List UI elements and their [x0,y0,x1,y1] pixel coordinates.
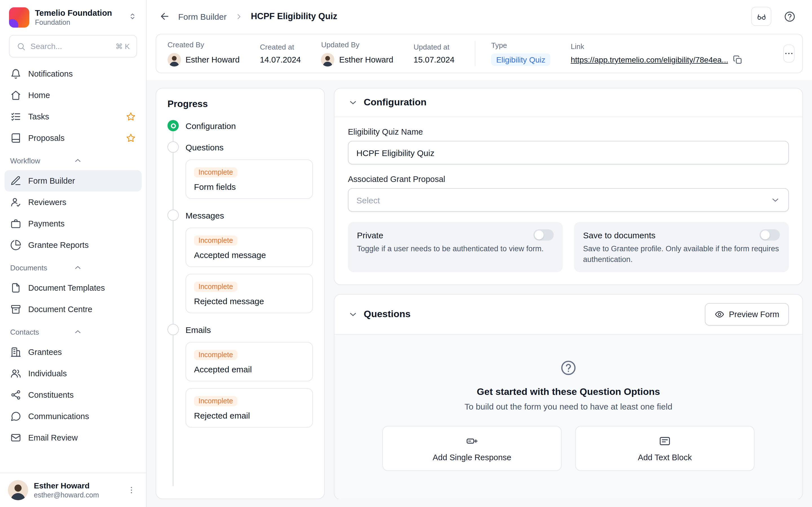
eye-icon [714,309,724,320]
more-actions-button[interactable] [783,45,795,62]
org-switcher[interactable]: Temelio Foundation Foundation [0,0,146,34]
pencil-icon [10,175,21,186]
step-emails[interactable]: Emails [167,319,313,340]
home-icon [10,90,21,101]
org-name: Temelio Foundation [35,8,122,17]
sidebar-item-label: Communications [28,412,136,421]
copy-icon[interactable] [733,55,743,65]
type-badge: Eligibility Quiz [491,54,550,66]
form-link-url[interactable]: https://app.trytemelio.com/eligibility/7… [571,55,728,64]
org-type: Foundation [35,18,122,26]
save-to-documents-panel: Save to documents Save to Grantee profil… [574,222,789,272]
updated-by: Updated By Esther Howard [321,41,393,66]
created-at: Created at 14.07.2024 [260,43,301,64]
checklist-icon [10,111,21,122]
private-toggle[interactable] [534,229,554,240]
add-text-block-button[interactable]: Add Text Block [575,426,755,471]
chevron-up-icon [73,327,136,336]
sidebar-item-notifications[interactable]: Notifications [4,63,142,84]
book-icon [10,132,21,144]
sidebar-item-proposals[interactable]: Proposals [4,127,142,149]
sidebar-item-communications[interactable]: Communications [4,406,142,427]
users-icon [10,368,21,379]
progress-card-accepted-message[interactable]: Incomplete Accepted message [186,228,313,267]
step-label: Questions [186,142,223,152]
user-menu-icon[interactable] [124,483,138,497]
progress-card-title: Accepted message [194,250,305,260]
briefcase-icon [10,218,21,229]
meta-label: Updated By [321,41,393,49]
section-workflow[interactable]: Workflow [4,151,142,170]
updated-at: Updated at 15.07.2024 [414,43,455,64]
add-single-response-button[interactable]: Add Single Response [382,426,562,471]
star-icon[interactable] [126,133,136,143]
archive-icon [10,304,21,315]
progress-title: Progress [167,99,313,109]
configuration-card: Configuration Eligibility Quiz Name Asso… [334,88,803,285]
step-messages[interactable]: Messages [167,205,313,226]
section-contacts[interactable]: Contacts [4,322,142,341]
meta-label: Link [571,42,743,51]
chevron-down-icon [770,195,780,205]
save-to-documents-description: Save to Grantee profile. Only available … [583,244,780,265]
sidebar-item-label: Document Templates [28,283,136,292]
sidebar-item-home[interactable]: Home [4,84,142,106]
org-logo [9,7,29,27]
save-to-documents-toggle[interactable] [760,229,780,240]
breadcrumb-parent[interactable]: Form Builder [178,11,227,21]
step-questions[interactable]: Questions [167,136,313,158]
sidebar-item-grantee-reports[interactable]: Grantee Reports [4,234,142,256]
section-documents[interactable]: Documents [4,258,142,277]
section-title: Configuration [364,97,789,108]
status-badge: Incomplete [194,235,238,245]
star-icon[interactable] [126,112,136,122]
form-editor-column: Configuration Eligibility Quiz Name Asso… [334,88,803,499]
sidebar-item-constituents[interactable]: Constituents [4,384,142,406]
chevron-down-icon[interactable] [348,98,358,108]
progress-card-form-fields[interactable]: Incomplete Form fields [186,159,313,199]
proposal-select[interactable]: Select [348,188,789,212]
help-icon[interactable] [779,7,800,26]
step-label: Configuration [186,121,236,130]
form-type: Type Eligibility Quiz [475,41,550,66]
share-icon [10,389,21,400]
preview-as-icon[interactable] [751,7,771,26]
meta-label: Created at [260,43,301,51]
main-area: Form Builder HCPF Eligibility Quiz Creat… [147,0,812,507]
sidebar-item-reviewers[interactable]: Reviewers [4,191,142,213]
help-circle-icon [560,360,577,377]
progress-card-rejected-email[interactable]: Incomplete Rejected email [186,388,313,428]
search-input[interactable] [31,42,111,51]
sidebar: Temelio Foundation Foundation ⌘ K Notifi… [0,0,147,507]
questions-card: Questions Preview Form Get started wit [334,294,803,499]
sidebar-item-label: Grantee Reports [28,240,136,249]
sidebar-item-individuals[interactable]: Individuals [4,363,142,384]
sidebar-nav: Notifications Home Tasks [0,63,146,473]
search-shortcut: ⌘ K [115,42,130,50]
sidebar-item-label: Payments [28,219,136,228]
step-configuration[interactable]: Configuration [167,115,313,136]
form-link: Link https://app.trytemelio.com/eligibil… [571,42,743,65]
quiz-name-input[interactable] [348,141,789,165]
sidebar-item-label: Constituents [28,390,136,399]
sidebar-item-email-review[interactable]: Email Review [4,427,142,448]
back-button[interactable] [159,11,170,22]
step-pending-icon [167,210,179,221]
file-icon [10,282,21,293]
chat-icon [10,411,21,422]
progress-card-rejected-message[interactable]: Incomplete Rejected message [186,274,313,313]
chevron-down-icon[interactable] [348,309,358,320]
sidebar-item-grantees[interactable]: Grantees [4,341,142,363]
sidebar-item-document-centre[interactable]: Document Centre [4,298,142,320]
sidebar-item-tasks[interactable]: Tasks [4,106,142,127]
meta-label: Updated at [414,43,455,51]
sidebar-item-form-builder[interactable]: Form Builder [4,170,142,191]
avatar [321,53,335,66]
private-description: Toggle if a user needs to be authenticat… [357,244,554,255]
preview-form-button[interactable]: Preview Form [705,303,789,326]
progress-card-accepted-email[interactable]: Incomplete Accepted email [186,342,313,381]
sidebar-item-document-templates[interactable]: Document Templates [4,277,142,298]
meta-value: Esther Howard [339,55,393,64]
progress-stepper: Configuration Questions Incomplete Form … [167,115,313,489]
sidebar-item-payments[interactable]: Payments [4,213,142,234]
